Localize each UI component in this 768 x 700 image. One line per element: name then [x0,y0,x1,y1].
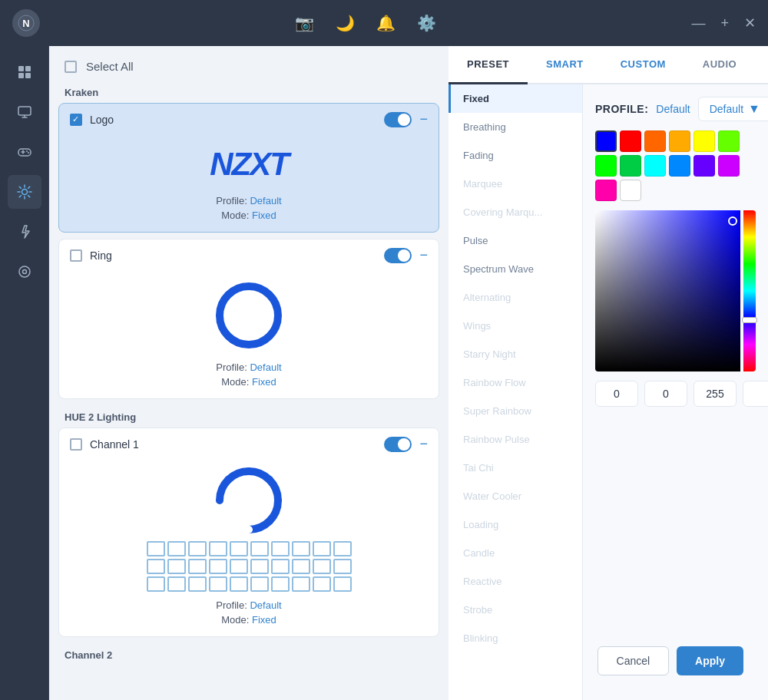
svg-point-14 [22,190,27,195]
svg-rect-6 [18,107,31,115]
settings-icon[interactable]: ⚙️ [417,14,436,32]
swatch-pink[interactable] [595,180,617,201]
ring-toggle[interactable] [384,248,412,263]
led-cell [313,559,331,574]
red-input[interactable] [595,381,638,407]
sidebar-item-lighting[interactable] [8,175,41,209]
swatch-light-blue[interactable] [669,155,690,177]
mode-item-rainbow-flow: Rainbow Flow [449,368,582,397]
swatch-red[interactable] [620,130,641,152]
swatch-lime[interactable] [718,130,740,152]
mode-item-candle: Candle [449,539,582,567]
channel1-collapse-button[interactable]: − [419,436,428,452]
swatch-blue[interactable] [595,130,617,152]
color-picker-gradient[interactable] [595,210,756,371]
svg-rect-2 [18,66,24,71]
led-grid [147,541,352,592]
sidebar [0,46,49,700]
tab-game[interactable]: GAME [755,46,768,84]
notifications-icon[interactable]: 🔔 [376,14,396,32]
minimize-button[interactable]: — [691,15,705,31]
cancel-button[interactable]: Cancel [598,646,670,675]
led-cell [313,541,331,556]
mode-item-super-rainbow: Super Rainbow [449,397,582,425]
svg-line-19 [19,187,21,188]
logo-profile-value: Default [250,195,281,206]
tab-smart[interactable]: SMART [528,46,602,84]
mode-item-fixed[interactable]: Fixed [449,84,582,113]
nzxt-text: NZXT [210,146,288,183]
swatch-orange[interactable] [644,130,666,152]
channel1-checkbox[interactable] [70,438,82,451]
apply-button[interactable]: Apply [677,646,743,675]
sidebar-item-display[interactable] [8,95,41,129]
select-all-checkbox[interactable] [65,61,77,73]
camera-icon[interactable]: 📷 [295,14,314,32]
ring-preview [210,277,287,354]
svg-rect-3 [25,66,31,71]
maximize-button[interactable]: + [720,15,729,31]
right-panel-content: Fixed Breathing Fading Marquee Covering … [449,84,768,700]
night-mode-icon[interactable]: 🌙 [336,14,355,32]
swatch-white[interactable] [620,180,641,201]
logo-checkbox[interactable] [70,114,82,126]
hue-bar[interactable] [743,210,756,371]
sidebar-item-dashboard[interactable] [8,55,41,89]
logo-mode-value: Fixed [252,210,276,221]
hue-cursor[interactable] [742,317,757,323]
profile-select-button[interactable]: Default ▼ [698,97,768,121]
led-cell [292,541,310,556]
color-picker-cursor[interactable] [728,216,737,226]
swatch-violet[interactable] [718,155,740,177]
ring-mode-value: Fixed [252,376,276,388]
mode-item-breathing[interactable]: Breathing [449,113,582,141]
swatch-amber[interactable] [669,130,690,152]
channel1-card-header: Channel 1 − [59,428,439,460]
profile-label: PROFILE: [595,103,648,115]
swatch-yellow[interactable] [694,130,715,152]
logo-collapse-button[interactable]: − [419,111,428,127]
sidebar-item-storage[interactable] [8,255,41,289]
close-button[interactable]: ✕ [744,15,756,31]
ring-profile-value: Default [250,362,281,373]
led-cell [292,559,310,574]
profile-dropdown-value: Default [656,103,690,115]
profile-dropdown-text: Default [710,103,743,115]
mode-item-fading[interactable]: Fading [449,141,582,170]
blue-input[interactable] [694,381,737,407]
led-cell [167,576,186,592]
channel1-card-body: Profile: Default Mode: Fixed [59,460,439,636]
led-cell [250,559,269,574]
swatch-cyan[interactable] [644,155,666,177]
channel1-mode-value: Fixed [252,614,276,626]
tab-preset[interactable]: PRESET [449,46,528,84]
mode-item-tai-chi: Tai Chi [449,454,582,482]
ring-collapse-button[interactable]: − [419,247,428,263]
kraken-section-title: Kraken [58,81,439,103]
mode-item-pulse[interactable]: Pulse [449,226,582,255]
swatch-purple[interactable] [694,155,715,177]
led-cell [271,576,290,592]
led-cell [333,576,352,592]
logo-toggle[interactable] [384,112,412,127]
mode-item-strobe: Strobe [449,596,582,624]
hex-input[interactable] [743,381,768,407]
svg-point-12 [26,150,28,152]
sidebar-item-power[interactable] [8,215,41,249]
led-cell [271,541,290,556]
ring-device-name: Ring [90,249,376,262]
mode-item-starry-night: Starry Night [449,340,582,368]
ring-checkbox[interactable] [70,249,82,262]
mode-item-spectrum-wave[interactable]: Spectrum Wave [449,255,582,283]
sidebar-item-gamepad[interactable] [8,135,41,169]
svg-line-22 [19,196,21,197]
ring-mode-row: Mode: Fixed [221,376,276,388]
green-input[interactable] [644,381,687,407]
tab-custom[interactable]: CUSTOM [602,46,684,84]
swatch-green[interactable] [595,155,617,177]
led-cell [250,576,269,592]
channel1-toggle[interactable] [384,437,412,452]
logo-mode-row: Mode: Fixed [221,210,276,221]
tab-audio[interactable]: AUDIO [684,46,755,84]
swatch-teal-green[interactable] [620,155,641,177]
